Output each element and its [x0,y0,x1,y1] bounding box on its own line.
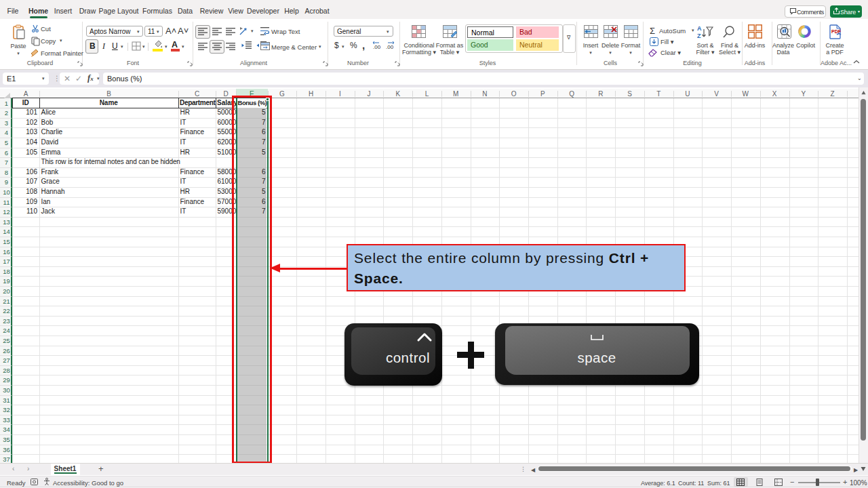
svg-text:A: A [697,25,702,32]
svg-text:.00: .00 [373,44,381,50]
svg-text:Z: Z [697,33,701,39]
svg-text:PDF: PDF [831,29,842,34]
svg-text:.00: .00 [386,44,394,50]
